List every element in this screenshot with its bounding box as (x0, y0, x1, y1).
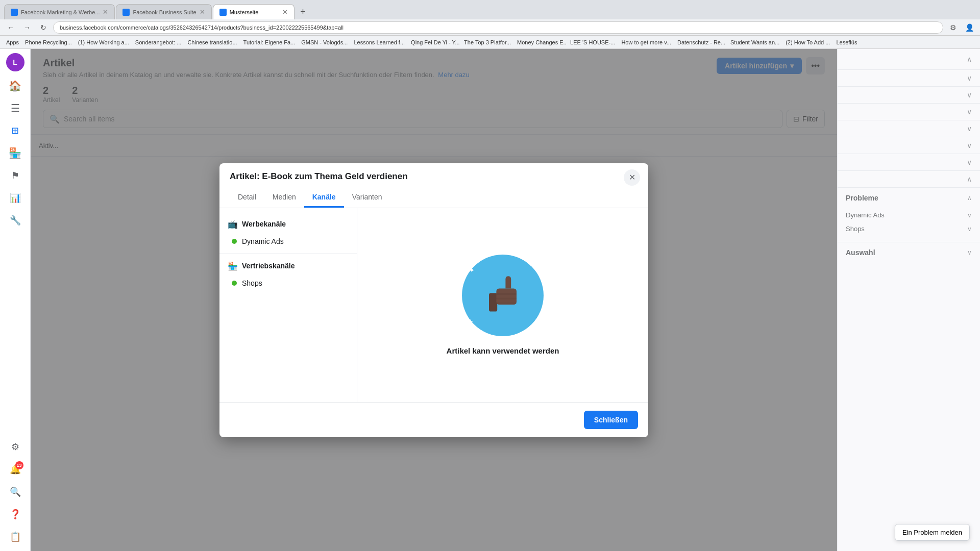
bookmark-8[interactable]: Qing Fei De Yi - Y... (409, 38, 460, 46)
chevron-down-6[interactable]: ∨ (967, 158, 972, 166)
bookmark-apps[interactable]: Apps (4, 38, 21, 46)
left-sidebar: L 🏠 ☰ ⊞ 🏪 ⚑ 📊 🔧 ⚙ 🔔 13 🔍 ❓ 📋 (0, 49, 31, 551)
svg-rect-0 (489, 293, 497, 312)
bookmark-1[interactable]: Phone Recycling... (23, 38, 74, 46)
refresh-button[interactable]: ↻ (37, 21, 50, 34)
sidebar-item-settings[interactable]: ⚙ (5, 437, 26, 457)
probleme-title: Probleme (846, 194, 878, 202)
sidebar-item-list[interactable]: 📋 (5, 527, 26, 547)
browser-tab-3[interactable]: Musterseite ✕ (213, 4, 295, 19)
tab1-favicon (11, 9, 18, 16)
back-button[interactable]: ← (4, 21, 17, 34)
bookmark-15[interactable]: (2) How To Add ... (783, 38, 832, 46)
chevron-down-1[interactable]: ∨ (967, 74, 972, 82)
tab2-favicon (122, 9, 130, 16)
notification-badge: 13 (15, 461, 23, 469)
browser-tab-2[interactable]: Facebook Business Suite ✕ (116, 4, 211, 19)
tab-kanaele[interactable]: Kanäle (304, 188, 344, 208)
dialog-right-panel: ✦ ✦ ✦ ✦ (357, 208, 648, 402)
auswahl-title: Auswahl (846, 248, 875, 257)
sidebar-item-grid[interactable]: ⊞ (5, 120, 26, 141)
new-tab-button[interactable]: + (296, 4, 311, 19)
sidebar-item-search[interactable]: 🔍 (5, 482, 26, 502)
shops-problem-item[interactable]: Shops ∨ (846, 222, 972, 236)
chevron-down-5[interactable]: ∨ (967, 141, 972, 149)
report-problem-button[interactable]: Ein Problem melden (895, 524, 970, 541)
bookmark-12[interactable]: How to get more v... (619, 38, 673, 46)
bookmark-4[interactable]: Chinese translatio... (185, 38, 239, 46)
thumbs-up-illustration: ✦ ✦ ✦ ✦ (462, 255, 544, 336)
store-icon: 🏪 (228, 261, 238, 271)
sidebar-item-notification[interactable]: 🔔 13 (5, 459, 26, 480)
vertriebskanaele-section: 🏪 Vertriebskanäle Shops (219, 258, 357, 291)
shops-chevron-icon: ∨ (967, 226, 972, 233)
tab3-favicon (219, 9, 227, 16)
werbekanaele-section: 📺 Werbekanäle Dynamic Ads (219, 216, 357, 249)
shops-status-dot (232, 281, 237, 286)
dynamic-ads-chevron-icon: ∨ (967, 212, 972, 219)
dialog-footer: Schließen (219, 402, 648, 437)
bookmark-10[interactable]: Money Changes E... (515, 38, 566, 46)
collapse-icon-2[interactable]: ∧ (967, 175, 972, 183)
tab-medien[interactable]: Medien (264, 188, 304, 208)
bookmark-7[interactable]: Lessons Learned f... (352, 38, 407, 46)
extensions-button[interactable]: ⚙ (946, 21, 960, 34)
schliessen-button[interactable]: Schließen (584, 411, 638, 429)
dialog-divider-1 (219, 254, 357, 254)
auswahl-section-header[interactable]: Auswahl ∨ (838, 242, 980, 263)
bookmark-14[interactable]: Student Wants an... (728, 38, 781, 46)
dialog-tabs: Detail Medien Kanäle Varianten (230, 188, 638, 208)
tab1-close[interactable]: ✕ (103, 8, 108, 16)
shops-item: Shops (219, 275, 357, 291)
browser-chrome: Facebook Marketing & Werbe... ✕ Facebook… (0, 0, 980, 36)
chevron-down-2[interactable]: ∨ (967, 91, 972, 99)
star-2: ✦ (469, 267, 474, 274)
browser-tab-1[interactable]: Facebook Marketing & Werbe... ✕ (4, 4, 115, 19)
bookmark-13[interactable]: Datenschutz - Re... (675, 38, 726, 46)
forward-button[interactable]: → (20, 21, 34, 34)
bookmark-9[interactable]: The Top 3 Platfor... (462, 38, 513, 46)
bookmark-3[interactable]: Sonderangebot: ... (133, 38, 184, 46)
tab1-label: Facebook Marketing & Werbe... (21, 9, 100, 15)
sidebar-item-chart[interactable]: 📊 (5, 188, 26, 208)
bookmark-2[interactable]: (1) How Working a... (76, 38, 131, 46)
chevron-down-4[interactable]: ∨ (967, 124, 972, 133)
bookmark-11[interactable]: LEE 'S HOUSE-... (568, 38, 617, 46)
werbekanaele-heading: Werbekanäle (242, 220, 286, 228)
address-bar[interactable]: business.facebook.com/commerce/catalogs/… (53, 21, 943, 34)
app-layout: L 🏠 ☰ ⊞ 🏪 ⚑ 📊 🔧 ⚙ 🔔 13 🔍 ❓ 📋 Artikel Sie… (0, 49, 980, 551)
tab2-label: Facebook Business Suite (133, 9, 196, 15)
bookmarks-bar: Apps Phone Recycling... (1) How Working … (0, 36, 980, 49)
profile-button[interactable]: 👤 (963, 21, 976, 34)
tab-detail[interactable]: Detail (230, 188, 264, 208)
star-1: ✦ (527, 259, 533, 268)
sidebar-item-store[interactable]: 🏪 (5, 143, 26, 163)
sidebar-item-help[interactable]: ❓ (5, 504, 26, 524)
sidebar-item-flag[interactable]: ⚑ (5, 165, 26, 186)
sidebar-item-menu[interactable]: ☰ (5, 98, 26, 118)
tab3-close[interactable]: ✕ (282, 8, 288, 16)
collapse-icon-1[interactable]: ∧ (967, 55, 972, 63)
star-4: ✦ (530, 324, 534, 330)
dialog: Artikel: E-Book zum Thema Geld verdienen… (219, 163, 648, 437)
probleme-content: Dynamic Ads ∨ Shops ∨ (838, 208, 980, 242)
thumbs-up-svg (480, 272, 526, 318)
bookmark-5[interactable]: Tutorial: Eigene Fa... (241, 38, 298, 46)
tab-varianten[interactable]: Varianten (344, 188, 390, 208)
sidebar-item-home[interactable]: 🏠 (5, 76, 26, 96)
chevron-down-3[interactable]: ∨ (967, 108, 972, 116)
browser-toolbar: ← → ↻ business.facebook.com/commerce/cat… (0, 19, 980, 36)
tab2-close[interactable]: ✕ (200, 8, 205, 16)
dynamic-ads-problem-item[interactable]: Dynamic Ads ∨ (846, 208, 972, 222)
svg-rect-2 (496, 293, 517, 295)
probleme-section: Probleme ∧ Dynamic Ads ∨ Shops ∨ (838, 188, 980, 242)
dialog-left-panel: 📺 Werbekanäle Dynamic Ads (219, 208, 357, 402)
dialog-close-button[interactable]: ✕ (624, 169, 640, 186)
shops-label: Shops (242, 279, 262, 287)
bookmark-6[interactable]: GMSN - Vologds... (299, 38, 350, 46)
dialog-body: 📺 Werbekanäle Dynamic Ads (219, 208, 648, 402)
sidebar-item-tool[interactable]: 🔧 (5, 210, 26, 231)
sidebar-avatar[interactable]: L (6, 53, 24, 71)
bookmark-16[interactable]: Leseflüs (834, 38, 859, 46)
probleme-section-header[interactable]: Probleme ∧ (838, 188, 980, 208)
